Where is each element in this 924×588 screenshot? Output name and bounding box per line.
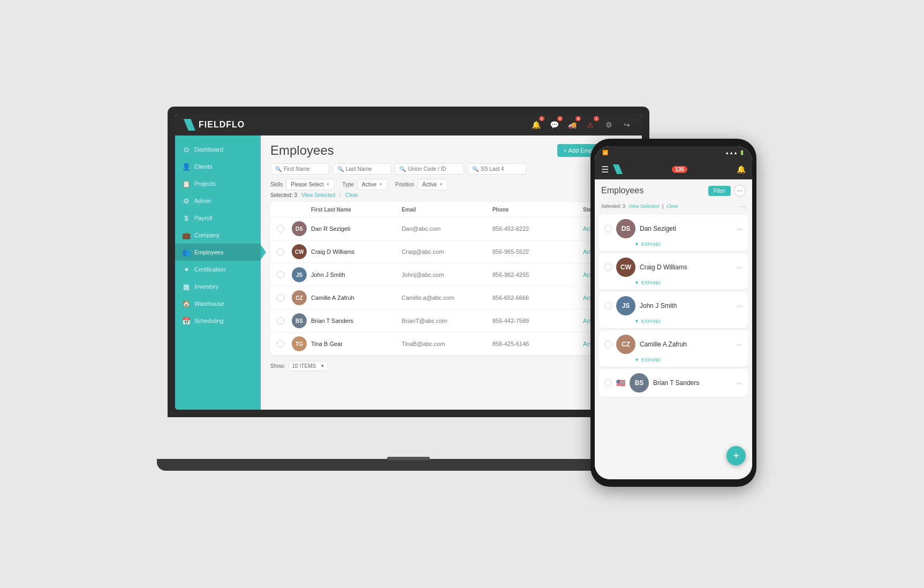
phone-avatar-1: CW (616, 258, 635, 277)
phone-fab-button[interactable]: + (726, 446, 746, 465)
row-avatar-0: DS (292, 221, 311, 236)
sidebar-item-company[interactable]: 💼 Company (175, 227, 261, 244)
alert-icon[interactable]: ⚠ 1 (584, 118, 597, 131)
first-name-search[interactable]: 🔍 (270, 163, 329, 175)
row-checkbox-5[interactable] (277, 340, 292, 348)
logout-icon[interactable]: ↪ (620, 118, 633, 131)
phone-radio-4[interactable] (604, 379, 612, 387)
phone-more-button[interactable]: ··· (734, 185, 746, 197)
phone-page-title: Employees (601, 186, 643, 195)
first-name-input[interactable] (284, 166, 324, 172)
phone-list-more-icon[interactable]: ··· (739, 202, 746, 210)
phone-expand-btn-1[interactable]: ▼ EXPAND (634, 280, 743, 285)
clear-link[interactable]: Clear (345, 192, 358, 198)
row-checkbox-0[interactable] (277, 225, 292, 232)
sidebar-label-admin: Admin (194, 198, 211, 204)
row-checkbox-4[interactable] (277, 317, 292, 325)
row-checkbox-circle-0[interactable] (277, 225, 284, 232)
phone-clear-link[interactable]: Clear (667, 203, 678, 209)
settings-icon[interactable]: ⚙ (602, 118, 615, 131)
phone-item-more-4[interactable]: ··· (736, 379, 743, 387)
sidebar-item-admin[interactable]: ⚙ Admin (175, 192, 261, 209)
row-checkbox-circle-4[interactable] (277, 317, 284, 325)
row-phone-4: 856-442-7589 (493, 318, 583, 324)
phone-avatar-placeholder-3: CZ (616, 335, 635, 354)
row-name-0: Dan R Sezigeti (311, 225, 402, 232)
content-area: Employees + Add Employee ··· 🔍 (261, 135, 642, 410)
sidebar-item-warehouse[interactable]: 🏠 Warehouse (175, 295, 261, 312)
expand-label-1: EXPAND (641, 280, 661, 285)
laptop-notch (387, 457, 430, 460)
phone-radio-0[interactable] (604, 225, 612, 232)
phone-expand-btn-2[interactable]: ▼ EXPAND (634, 319, 743, 324)
phone-device: 📶 ▲▲▲ 🔋 ☰ 136 🔔 Employees (590, 139, 756, 487)
sidebar: ⊙ Dashboard 👤 Clients 📋 Projects ⚙ (175, 135, 261, 410)
admin-icon: ⚙ (183, 197, 190, 205)
phone-employee-name-4: Brian T Sanders (653, 379, 732, 387)
position-select[interactable]: Active ▼ (418, 179, 448, 190)
certification-icon: ✦ (183, 266, 190, 273)
truck-icon[interactable]: 🚚 3 (566, 118, 579, 131)
phone-item-more-3[interactable]: ··· (736, 340, 743, 349)
phone-status-right: ▲▲▲ 🔋 (725, 150, 745, 155)
sidebar-item-clients[interactable]: 👤 Clients (175, 158, 261, 175)
notifications-icon[interactable]: 🔔 1 (529, 118, 542, 131)
phone-radio-3[interactable] (604, 341, 612, 348)
phone-separator: | (662, 203, 663, 209)
row-checkbox-circle-2[interactable] (277, 271, 284, 278)
sidebar-item-inventory[interactable]: ▦ Inventory (175, 278, 261, 295)
phone-expand-btn-0[interactable]: ▼ EXPAND (634, 242, 743, 247)
phone-radio-1[interactable] (604, 263, 612, 271)
sidebar-item-scheduling[interactable]: 📅 Scheduling (175, 312, 261, 329)
union-code-input[interactable] (408, 166, 459, 172)
last-name-search[interactable]: 🔍 (332, 163, 391, 175)
phone-filter-button[interactable]: Filter (708, 186, 731, 196)
view-selected-link[interactable]: View Selected (301, 192, 335, 198)
row-checkbox-circle-3[interactable] (277, 294, 284, 301)
phone-item-more-1[interactable]: ··· (736, 263, 743, 272)
last-name-input[interactable] (346, 166, 387, 172)
row-checkbox-circle-1[interactable] (277, 248, 284, 255)
phone-badge-count: 136 (672, 166, 687, 173)
type-label: Type (342, 182, 354, 187)
type-chevron-icon: ▼ (378, 182, 383, 187)
row-email-4: BrianT@abc.com (402, 318, 492, 324)
phone-menu-icon[interactable]: ☰ (601, 164, 609, 175)
separator: | (339, 192, 341, 198)
sidebar-item-dashboard[interactable]: ⊙ Dashboard (175, 141, 261, 158)
phone-employee-row-3: CZ Camille A Zafruh ··· (604, 335, 743, 354)
type-select[interactable]: Active ▼ (357, 179, 388, 190)
phone-header-right: Filter ··· (708, 185, 746, 197)
phone-view-selected-link[interactable]: View Selected (628, 203, 659, 209)
row-phone-2: 856-962-4265 (493, 272, 583, 278)
payroll-icon: $ (183, 214, 190, 222)
row-checkbox-2[interactable] (277, 271, 292, 278)
phone-topbar: ☰ 136 🔔 (595, 159, 752, 179)
skills-select[interactable]: Please Select ▼ (286, 179, 335, 190)
phone-avatar-2: JS (616, 296, 635, 315)
main-content: Employees + Add Employee ··· 🔍 (261, 135, 642, 410)
sidebar-item-employees[interactable]: 👥 Employees (175, 244, 261, 261)
sidebar-item-certification[interactable]: ✦ Certification (175, 261, 261, 278)
row-checkbox-1[interactable] (277, 248, 292, 255)
phone-radio-2[interactable] (604, 302, 612, 310)
phone-item-more-2[interactable]: ··· (736, 301, 743, 310)
phone-expand-btn-3[interactable]: ▼ EXPAND (634, 357, 743, 363)
phone-bell-icon[interactable]: 🔔 (737, 165, 746, 174)
chat-icon[interactable]: 💬 2 (548, 118, 561, 131)
sidebar-item-payroll[interactable]: $ Payroll (175, 209, 261, 227)
phone-item-more-0[interactable]: ··· (736, 224, 743, 233)
sidebar-item-projects[interactable]: 📋 Projects (175, 175, 261, 192)
employee-avatar-1: CW (292, 244, 307, 259)
row-checkbox-3[interactable] (277, 294, 292, 301)
sidebar-label-company: Company (194, 232, 219, 238)
row-checkbox-circle-5[interactable] (277, 340, 284, 348)
sidebar-active-arrow (261, 245, 266, 260)
union-code-search[interactable]: 🔍 (395, 163, 464, 175)
ss-last-input[interactable] (481, 166, 521, 172)
header-name: First Last Name (311, 207, 402, 213)
items-per-page-select[interactable]: 10 ITEMS ▼ (289, 361, 328, 371)
ss-last-search[interactable]: 🔍 (467, 163, 526, 175)
row-avatar-3: CZ (292, 290, 311, 305)
row-name-4: Brian T Sanders (311, 318, 402, 324)
